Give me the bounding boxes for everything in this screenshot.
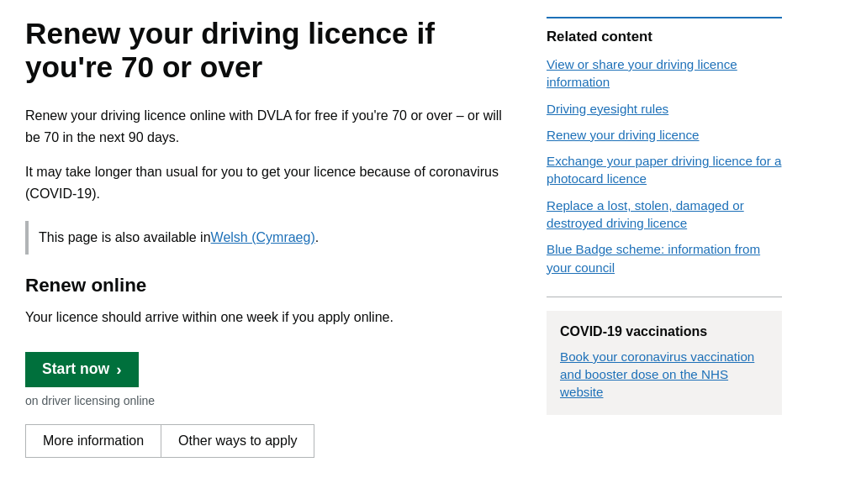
intro-paragraph-2: It may take longer than usual for you to… — [25, 161, 513, 204]
tabs-row: More information Other ways to apply — [25, 424, 513, 458]
covid-link[interactable]: Book your coronavirus vaccination and bo… — [560, 349, 754, 400]
list-item: Blue Badge scheme: information from your… — [547, 240, 782, 276]
page-title: Renew your driving licence if you're 70 … — [25, 17, 513, 85]
related-links-list: View or share your driving licence infor… — [547, 55, 782, 276]
list-item: Driving eyesight rules — [547, 100, 782, 118]
related-link-2[interactable]: Driving eyesight rules — [547, 100, 782, 118]
renew-online-heading: Renew online — [25, 275, 513, 297]
sidebar-divider — [547, 297, 782, 297]
covid-box: COVID-19 vaccinations Book your coronavi… — [547, 311, 782, 415]
start-now-sublabel: on driver licensing online — [25, 394, 513, 407]
related-link-1[interactable]: View or share your driving licence infor… — [547, 55, 782, 92]
related-link-6[interactable]: Blue Badge scheme: information from your… — [547, 240, 782, 276]
welsh-callout: This page is also available in Welsh (Cy… — [25, 221, 513, 255]
main-content: Renew your driving licence if you're 70 … — [25, 17, 513, 458]
arrow-icon: › — [116, 360, 121, 379]
list-item: View or share your driving licence infor… — [547, 55, 782, 92]
related-link-3[interactable]: Renew your driving licence — [547, 126, 782, 144]
intro-paragraph-1: Renew your driving licence online with D… — [25, 105, 513, 148]
list-item: Exchange your paper driving licence for … — [547, 152, 782, 188]
covid-title: COVID-19 vaccinations — [560, 324, 769, 339]
related-link-4[interactable]: Exchange your paper driving licence for … — [547, 152, 782, 188]
page-layout: Renew your driving licence if you're 70 … — [25, 17, 836, 458]
start-now-label: Start now — [42, 360, 109, 378]
list-item: Renew your driving licence — [547, 126, 782, 144]
list-item: Replace a lost, stolen, damaged or destr… — [547, 197, 782, 233]
licence-arrive-text: Your licence should arrive within one we… — [25, 307, 513, 328]
sidebar: Related content View or share your drivi… — [547, 17, 782, 415]
related-content-title: Related content — [547, 29, 782, 45]
start-now-button[interactable]: Start now › — [25, 352, 139, 387]
welsh-link[interactable]: Welsh (Cymraeg) — [211, 228, 315, 248]
related-content-section: Related content View or share your drivi… — [547, 17, 782, 276]
tab-more-information[interactable]: More information — [25, 424, 161, 458]
tab-other-ways-to-apply[interactable]: Other ways to apply — [161, 424, 314, 458]
welsh-suffix: . — [315, 228, 319, 248]
related-link-5[interactable]: Replace a lost, stolen, damaged or destr… — [547, 197, 782, 233]
welsh-prefix: This page is also available in — [39, 228, 211, 248]
